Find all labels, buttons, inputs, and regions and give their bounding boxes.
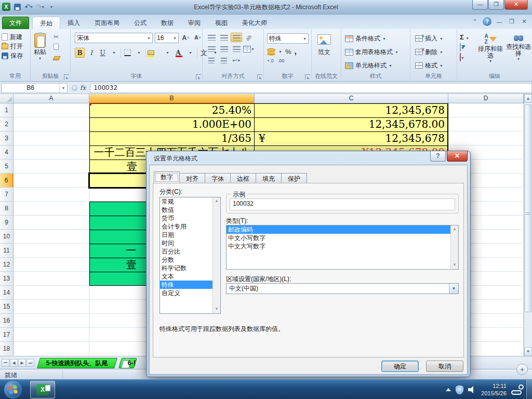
column-header-d[interactable]: D (448, 94, 524, 103)
cell-c1[interactable]: 12,345,678 (255, 103, 445, 117)
grow-font-button[interactable]: A˄ (181, 33, 191, 43)
category-time[interactable]: 时间 (160, 239, 213, 247)
scroll-down-icon[interactable]: ▼ (451, 261, 458, 269)
alignment-dialog-launcher[interactable] (257, 74, 262, 79)
row-header-16[interactable]: 16 (0, 314, 14, 328)
italic-button[interactable]: I (86, 48, 96, 58)
collapse-ribbon-button[interactable]: ⌃ (470, 18, 480, 25)
tab-data[interactable]: 数据 (154, 17, 181, 29)
vertical-scroll-thumb[interactable] (525, 104, 531, 312)
wrap-text-button[interactable]: ↩▼ (231, 56, 242, 65)
taskbar-clock[interactable]: 12:11 2015/5/26 (481, 382, 507, 397)
row-header-9[interactable]: 9 (0, 216, 14, 230)
last-sheet-icon[interactable]: ⏭ (26, 359, 34, 367)
first-sheet-icon[interactable]: ⏮ (2, 359, 9, 367)
font-size-combo[interactable]: 16▼ (155, 33, 179, 43)
column-header-c[interactable]: C (255, 94, 448, 103)
row-header-7[interactable]: 7 (0, 188, 14, 202)
category-list-scrollbar[interactable]: ▲ ▼ (212, 197, 220, 313)
category-text[interactable]: 文本 (160, 272, 213, 281)
accounting-format-button[interactable] (267, 48, 275, 55)
row-header-6[interactable]: 6 (0, 174, 14, 188)
decrease-indent-button[interactable] (206, 56, 217, 65)
dialog-tab-number[interactable]: 数字 (154, 171, 180, 183)
cell-b2[interactable]: 1.000E+00 (89, 117, 251, 131)
copy-button[interactable] (54, 44, 60, 51)
tab-page-layout[interactable]: 页面布局 (87, 17, 127, 29)
category-general[interactable]: 常规 (160, 197, 213, 206)
zoom-in-button[interactable]: + (516, 364, 528, 375)
workbook-close-button[interactable]: ✕ (520, 18, 529, 25)
column-header-a[interactable]: A (14, 94, 89, 103)
fanwen-button[interactable]: 范文 (317, 34, 331, 57)
underline-dropdown[interactable]: ▼ (109, 48, 119, 58)
tab-insert[interactable]: 插入 (60, 17, 87, 29)
workbook-restore-button[interactable]: ❐ (507, 18, 516, 25)
row-header-15[interactable]: 15 (0, 300, 14, 314)
security-shield-icon[interactable] (456, 385, 463, 394)
row-header-14[interactable]: 14 (0, 286, 14, 300)
format-as-table-button[interactable]: 套用表格格式▼ (343, 47, 400, 57)
category-listbox[interactable]: 常规 数值 货币 会计专用 日期 时间 百分比 分数 科学记数 文本 特殊 自定… (159, 197, 221, 314)
tab-review[interactable]: 审阅 (181, 17, 208, 29)
row-header-2[interactable]: 2 (0, 117, 14, 131)
sort-filter-button[interactable]: AZ 排序和筛选 ▼ (477, 33, 504, 63)
row-header-11[interactable]: 11 (0, 244, 14, 258)
align-left-button[interactable] (206, 44, 217, 54)
borders-button[interactable] (123, 48, 132, 58)
dialog-tab-fill[interactable]: 填充 (256, 173, 282, 183)
cell-b5[interactable]: 壹 (94, 159, 137, 174)
center-button[interactable] (218, 44, 230, 54)
clipboard-dialog-launcher[interactable] (64, 74, 69, 79)
scroll-down-icon[interactable]: ▼ (524, 347, 532, 356)
row-header-4[interactable]: 4 (0, 145, 14, 159)
dialog-tab-protection[interactable]: 保护 (282, 173, 307, 183)
conditional-formatting-button[interactable]: 条件格式▼ (343, 34, 388, 43)
increase-indent-button[interactable] (218, 56, 230, 65)
restore-button[interactable]: ❐ (488, 0, 504, 10)
prev-sheet-icon[interactable]: ◀ (10, 359, 18, 367)
scroll-up-icon[interactable]: ▲ (213, 197, 220, 205)
row-header-13[interactable]: 13 (0, 272, 14, 286)
weather-icon[interactable] (511, 384, 525, 395)
type-postal-code[interactable]: 邮政编码 (227, 225, 451, 234)
row-header-10[interactable]: 10 (0, 230, 14, 244)
category-currency[interactable]: 货币 (160, 214, 213, 222)
chevron-down-icon[interactable]: ▼ (449, 284, 458, 294)
tab-formulas[interactable]: 公式 (127, 17, 154, 29)
format-painter-button[interactable] (54, 55, 60, 62)
bold-button[interactable]: B (75, 48, 85, 58)
new-button[interactable]: 新建 (0, 32, 30, 42)
row-header-1[interactable]: 1 (0, 103, 14, 117)
category-scientific[interactable]: 科学记数 (160, 264, 213, 272)
fill-button[interactable]: ▼ (460, 44, 469, 51)
cell-b3[interactable]: 1/365 (89, 131, 251, 145)
increase-decimal-button[interactable]: +.0 (267, 58, 274, 63)
category-custom[interactable]: 自定义 (160, 289, 213, 297)
font-name-combo[interactable]: 宋体▼ (75, 33, 153, 43)
category-accounting[interactable]: 会计专用 (160, 222, 213, 231)
taskbar-excel-button[interactable]: X (30, 381, 55, 398)
fill-color-button[interactable] (148, 48, 161, 58)
font-color-button[interactable]: A (174, 48, 184, 58)
tab-home[interactable]: 开始 (32, 17, 60, 29)
tab-beautify[interactable]: 美化大师 (235, 17, 274, 29)
row-header-8[interactable]: 8 (0, 202, 14, 216)
clear-button[interactable]: ▼ (460, 54, 469, 61)
cell-c3[interactable]: 12,345,678 (255, 131, 445, 145)
help-icon[interactable]: ? (483, 17, 491, 26)
category-percentage[interactable]: 百分比 (160, 247, 213, 256)
shrink-font-button[interactable]: A˅ (193, 33, 203, 43)
scroll-up-icon[interactable]: ▲ (524, 94, 532, 103)
name-box[interactable]: B6 ▼ (1, 83, 68, 93)
cell-c2[interactable]: 12,345,678.00 (255, 117, 445, 131)
dialog-close-button[interactable]: ✕ (447, 151, 468, 162)
font-color-dropdown[interactable]: ▼ (185, 48, 195, 58)
category-fraction[interactable]: 分数 (160, 256, 213, 264)
speaker-icon[interactable] (468, 386, 476, 393)
fx-icon[interactable]: fx (80, 84, 86, 91)
next-sheet-icon[interactable]: ▶ (18, 359, 26, 367)
save-button-ribbon[interactable]: 保存 (0, 51, 30, 60)
autosum-button[interactable]: Σ ▼ (460, 33, 469, 41)
chevron-down-icon[interactable]: ▼ (59, 84, 67, 92)
